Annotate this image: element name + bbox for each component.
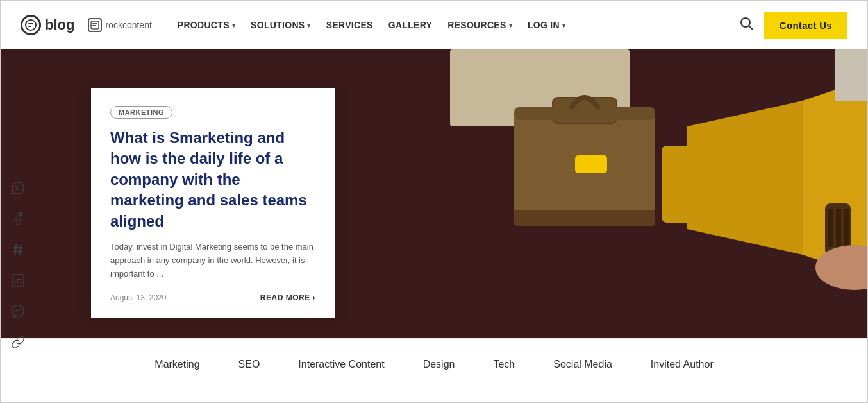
svg-rect-1 [28, 23, 33, 24]
hero-card: MARKETING What is Smarketing and how is … [91, 88, 335, 318]
hero-title: What is Smarketing and how is the daily … [110, 128, 315, 232]
category-nav: Marketing SEO Interactive Content Design… [1, 338, 867, 390]
category-marketing[interactable]: Marketing [154, 359, 199, 370]
hero-excerpt: Today, invest in Digital Marketing seems… [110, 241, 315, 280]
svg-rect-25 [575, 155, 607, 173]
nav-products[interactable]: PRODUCTS ▾ [171, 15, 242, 35]
nav-solutions[interactable]: SOLUTIONS ▾ [244, 15, 317, 35]
main-content: MARKETING What is Smarketing and how is … [1, 49, 867, 340]
solutions-chevron: ▾ [307, 22, 310, 29]
category-seo[interactable]: SEO [238, 359, 260, 370]
svg-line-10 [15, 245, 16, 255]
rockcontent-logo[interactable]: rockcontent [88, 18, 151, 32]
svg-rect-4 [92, 23, 97, 24]
category-invited-author[interactable]: Invited Author [651, 359, 714, 370]
svg-rect-26 [514, 210, 655, 226]
svg-rect-28 [835, 49, 867, 101]
rockcontent-text: rockcontent [105, 20, 151, 30]
navbar: blog rockcontent PRODUCTS ▾ SOLUTIONS ▾ … [1, 1, 867, 49]
svg-rect-12 [12, 275, 24, 286]
category-social-media[interactable]: Social Media [553, 359, 612, 370]
svg-point-0 [26, 20, 36, 30]
blog-logo-text: blog [45, 17, 74, 33]
hashtag-icon[interactable] [8, 239, 28, 260]
svg-rect-23 [844, 209, 849, 247]
nav-gallery[interactable]: GALLERY [382, 15, 438, 35]
category-design[interactable]: Design [423, 359, 455, 370]
svg-line-11 [20, 245, 21, 255]
blog-logo[interactable]: blog [21, 15, 74, 35]
facebook-icon[interactable] [8, 209, 28, 229]
social-sidebar [8, 178, 28, 352]
nav-services[interactable]: SERVICES [320, 15, 380, 35]
blog-logo-icon [21, 15, 41, 35]
resources-chevron: ▾ [509, 22, 512, 29]
hero-section: MARKETING What is Smarketing and how is … [1, 49, 867, 338]
link-icon[interactable] [8, 332, 28, 352]
hero-footer: August 13, 2020 READ MORE [110, 293, 315, 302]
svg-line-7 [749, 26, 753, 30]
hero-tag: MARKETING [110, 106, 172, 119]
svg-rect-18 [514, 107, 655, 120]
category-tech[interactable]: Tech [493, 359, 515, 370]
hero-illustration [277, 49, 867, 338]
nav-resources[interactable]: RESOURCES ▾ [441, 15, 519, 35]
search-button[interactable] [740, 17, 754, 34]
nav-login[interactable]: LOG IN ▾ [521, 15, 572, 35]
svg-rect-21 [828, 209, 833, 247]
read-more-link[interactable]: READ MORE [260, 293, 315, 302]
messenger-icon[interactable] [8, 301, 28, 322]
products-chevron: ▾ [232, 22, 235, 29]
svg-rect-5 [92, 25, 96, 26]
logo-area: blog rockcontent [21, 15, 152, 35]
whatsapp-icon[interactable] [8, 178, 28, 198]
linkedin-icon[interactable] [8, 270, 28, 291]
category-interactive-content[interactable]: Interactive Content [298, 359, 384, 370]
svg-rect-19 [662, 146, 697, 223]
svg-rect-22 [836, 209, 841, 247]
login-chevron: ▾ [562, 22, 565, 29]
nav-links: PRODUCTS ▾ SOLUTIONS ▾ SERVICES GALLERY … [171, 15, 740, 35]
contact-button[interactable]: Contact Us [764, 12, 847, 39]
nav-right: Contact Us [740, 12, 847, 39]
hero-date: August 13, 2020 [110, 293, 166, 302]
rockcontent-icon [88, 18, 102, 32]
svg-rect-2 [28, 26, 31, 27]
logo-divider [81, 15, 81, 35]
